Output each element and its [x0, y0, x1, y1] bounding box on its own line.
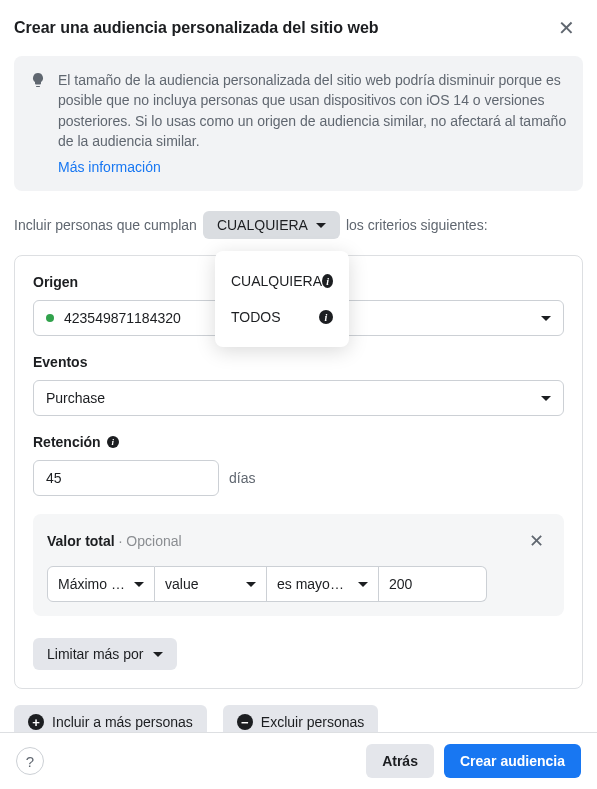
operator-value: es mayo…	[277, 576, 358, 592]
caret-down-icon	[246, 582, 256, 587]
caret-down-icon	[541, 316, 551, 321]
events-select[interactable]: Purchase	[33, 380, 564, 416]
criteria-option-any[interactable]: CUALQUIERA i	[215, 263, 349, 299]
caret-down-icon	[316, 223, 326, 228]
criteria-dropdown: CUALQUIERA i TODOS i	[215, 251, 349, 347]
caret-down-icon	[541, 396, 551, 401]
limit-more-label: Limitar más por	[47, 646, 143, 662]
events-value: Purchase	[46, 390, 105, 406]
retention-unit: días	[229, 470, 255, 486]
exclude-label: Excluir personas	[261, 714, 365, 730]
close-icon[interactable]: ✕	[552, 16, 581, 40]
help-icon[interactable]: ?	[16, 747, 44, 775]
events-label: Eventos	[33, 354, 564, 370]
aggregate-select[interactable]: Máximo …	[47, 566, 155, 602]
retention-label: Retención i	[33, 434, 564, 450]
info-text: El tamaño de la audiencia personalizada …	[58, 70, 567, 177]
include-more-label: Incluir a más personas	[52, 714, 193, 730]
total-value-row: Máximo … value es mayo… 200	[47, 566, 550, 602]
caret-down-icon	[153, 652, 163, 657]
modal-title: Crear una audiencia personalizada del si…	[14, 19, 379, 37]
modal-header: Crear una audiencia personalizada del si…	[0, 0, 597, 56]
criteria-selector[interactable]: CUALQUIERA	[203, 211, 340, 239]
status-dot-icon	[46, 314, 54, 322]
caret-down-icon	[358, 582, 368, 587]
info-icon[interactable]: i	[322, 274, 333, 288]
info-icon[interactable]: i	[319, 310, 333, 324]
learn-more-link[interactable]: Más información	[58, 157, 161, 177]
scroll-area[interactable]: El tamaño de la audiencia personalizada …	[0, 56, 597, 732]
retention-input[interactable]	[33, 460, 219, 496]
source-value: 423549871184320	[64, 310, 181, 326]
value-input[interactable]: 200	[379, 566, 487, 602]
operator-select[interactable]: es mayo…	[267, 566, 379, 602]
limit-more-button[interactable]: Limitar más por	[33, 638, 177, 670]
remove-total-value-icon[interactable]: ✕	[523, 528, 550, 554]
total-value-box: Valor total · Opcional ✕ Máximo … value …	[33, 514, 564, 616]
parameter-select[interactable]: value	[155, 566, 267, 602]
caret-down-icon	[134, 582, 144, 587]
value-text: 200	[389, 576, 476, 592]
modal-footer: ? Atrás Crear audiencia	[0, 732, 597, 789]
exclude-button[interactable]: − Excluir personas	[223, 705, 379, 732]
info-banner: El tamaño de la audiencia personalizada …	[14, 56, 583, 191]
info-icon[interactable]: i	[107, 436, 119, 448]
minus-icon: −	[237, 714, 253, 730]
total-value-label: Valor total · Opcional	[47, 533, 182, 549]
parameter-value: value	[165, 576, 246, 592]
aggregate-value: Máximo …	[58, 576, 134, 592]
criteria-selector-label: CUALQUIERA	[217, 217, 308, 233]
lightbulb-icon	[30, 72, 46, 177]
criteria-option-all[interactable]: TODOS i	[215, 299, 349, 335]
include-exclude-row: + Incluir a más personas − Excluir perso…	[14, 705, 583, 732]
include-more-button[interactable]: + Incluir a más personas	[14, 705, 207, 732]
option-label: TODOS	[231, 309, 281, 325]
criteria-prefix: Incluir personas que cumplan	[14, 217, 197, 233]
create-audience-button[interactable]: Crear audiencia	[444, 744, 581, 778]
back-button[interactable]: Atrás	[366, 744, 434, 778]
criteria-suffix: los criterios siguientes:	[346, 217, 488, 233]
option-label: CUALQUIERA	[231, 273, 322, 289]
plus-icon: +	[28, 714, 44, 730]
criteria-line: Incluir personas que cumplan CUALQUIERA …	[14, 211, 583, 239]
